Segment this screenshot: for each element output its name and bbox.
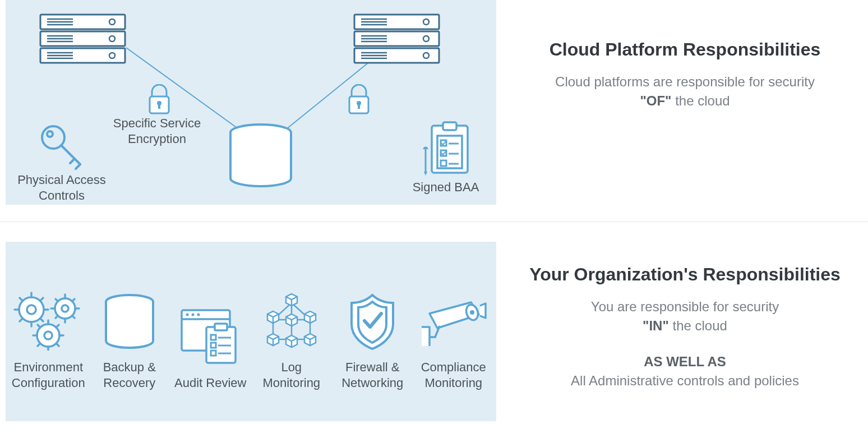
svg-line-64 (40, 319, 43, 321)
org-subtitle: You are responsible for security "IN" th… (591, 297, 779, 335)
svg-point-108 (470, 310, 474, 315)
item-label: Environment Configuration (9, 360, 87, 390)
lock-right-icon (347, 84, 371, 116)
org-sub-line2: the cloud (669, 318, 727, 333)
svg-line-83 (38, 325, 40, 328)
svg-line-84 (56, 343, 59, 346)
server-stack-left-icon (39, 12, 126, 65)
cloud-subtitle: Cloud platforms are responsible for secu… (539, 72, 831, 110)
svg-line-73 (56, 299, 58, 301)
svg-line-74 (72, 316, 75, 318)
bottom-section: Environment Configuration Backup & Recov… (0, 231, 868, 432)
key-icon (36, 121, 88, 172)
cloud-sub-post: the cloud (672, 93, 730, 108)
svg-point-77 (44, 331, 52, 339)
section-divider (0, 222, 868, 222)
org-sub-line1: You are responsible for security (591, 299, 779, 314)
item-firewall-networking: Firewall & Networking (333, 290, 412, 390)
as-well-as-label: AS WELL AS (644, 354, 726, 370)
encryption-label: Specific Service Encryption (107, 116, 207, 146)
server-stack-right-icon (353, 12, 440, 65)
svg-rect-39 (358, 103, 360, 109)
cloud-sub-of: "OF" (640, 93, 671, 108)
svg-point-89 (186, 314, 189, 316)
svg-line-45 (76, 164, 80, 169)
item-audit-review: Audit Review (171, 306, 250, 391)
network-cubes-icon (261, 290, 322, 352)
database-small-icon (101, 290, 158, 352)
svg-line-65 (20, 319, 22, 321)
top-section: Physical Access Controls Specific Servic… (0, 0, 868, 216)
svg-line-62 (40, 298, 43, 301)
lock-left-icon (147, 84, 171, 116)
item-label: Compliance Monitoring (414, 360, 493, 390)
audit-window-icon (179, 306, 241, 367)
svg-line-75 (56, 316, 58, 318)
svg-point-67 (62, 305, 68, 312)
cloud-responsibilities-text: Cloud Platform Responsibilities Cloud pl… (502, 0, 868, 216)
org-responsibilities-diagram: Environment Configuration Backup & Recov… (6, 242, 496, 421)
item-label: Firewall & Networking (333, 360, 412, 390)
item-backup-recovery: Backup & Recovery (90, 290, 169, 390)
svg-rect-47 (443, 122, 456, 130)
shield-check-icon (346, 290, 399, 352)
item-environment-config: Environment Configuration (9, 290, 87, 390)
svg-point-91 (197, 314, 200, 316)
clipboard-icon (421, 121, 474, 177)
cloud-sub-pre: Cloud platforms are responsible for secu… (555, 74, 815, 89)
item-log-monitoring: Log Monitoring (252, 290, 331, 390)
item-compliance-monitoring: Compliance Monitoring (414, 290, 493, 390)
org-title: Your Organization's Responsibilities (529, 264, 841, 285)
item-label: Backup & Recovery (90, 360, 169, 390)
org-responsibilities-text: Your Organization's Responsibilities You… (502, 242, 868, 432)
physical-access-label: Physical Access Controls (11, 172, 112, 203)
svg-rect-35 (158, 103, 160, 109)
svg-rect-93 (215, 324, 227, 330)
item-label: Log Monitoring (252, 360, 331, 390)
svg-line-44 (70, 159, 75, 163)
gears-icon (12, 290, 85, 352)
svg-point-90 (192, 314, 195, 316)
org-sub-in: "IN" (643, 318, 669, 333)
svg-point-42 (47, 131, 53, 137)
cloud-title: Cloud Platform Responsibilities (550, 39, 821, 60)
svg-line-85 (38, 343, 40, 346)
cloud-responsibilities-diagram: Physical Access Controls Specific Servic… (6, 0, 496, 205)
cctv-camera-icon (418, 290, 488, 352)
svg-point-57 (27, 305, 36, 314)
admin-controls-label: All Administrative controls and policies (571, 373, 799, 389)
svg-line-72 (72, 299, 75, 301)
svg-line-63 (20, 298, 22, 301)
svg-line-82 (56, 325, 59, 328)
database-icon (227, 122, 294, 188)
item-label: Audit Review (174, 375, 246, 391)
signed-baa-label: Signed BAA (404, 179, 488, 195)
